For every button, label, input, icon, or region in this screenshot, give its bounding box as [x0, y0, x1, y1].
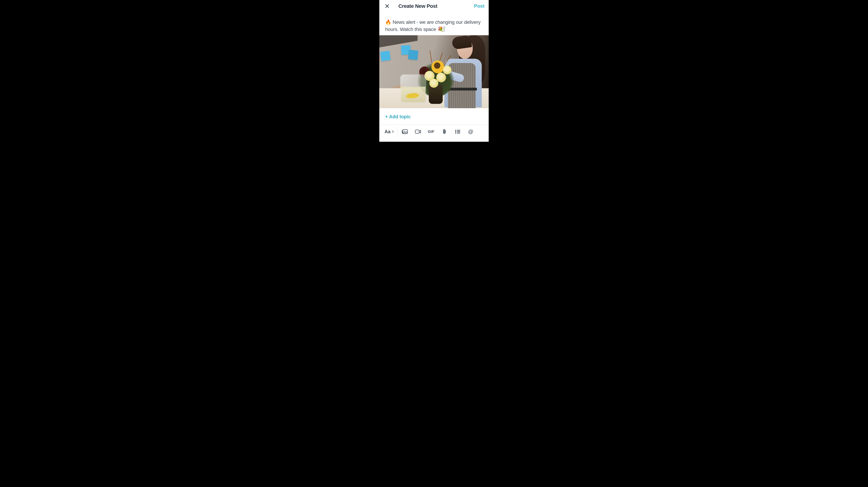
compose-text-area[interactable]: 🔥 News alert - we are changing our deliv…: [379, 12, 489, 35]
chevron-right-icon: [391, 130, 394, 133]
compose-text-value: 🔥 News alert - we are changing our deliv…: [385, 20, 480, 32]
video-icon: [415, 129, 421, 134]
text-format-button[interactable]: Aa: [383, 129, 395, 134]
header: Create New Post Post: [379, 0, 489, 12]
image-illustration: [379, 35, 489, 108]
add-topic-button[interactable]: + Add topic: [385, 114, 411, 119]
attachment-icon: [442, 129, 447, 134]
svg-point-5: [455, 130, 456, 131]
image-icon: [402, 129, 408, 134]
mention-icon: @: [468, 129, 473, 134]
add-video-button[interactable]: [415, 129, 421, 134]
svg-rect-6: [457, 130, 460, 131]
post-button[interactable]: Post: [474, 3, 485, 9]
mention-button[interactable]: @: [467, 129, 474, 134]
close-button[interactable]: [384, 3, 390, 9]
create-post-screen: Create New Post Post 🔥 News alert - we a…: [379, 0, 489, 142]
svg-rect-10: [457, 133, 460, 133]
add-image-button[interactable]: [402, 129, 408, 134]
svg-point-3: [404, 131, 404, 131]
text-format-label: Aa: [384, 129, 391, 134]
attached-image[interactable]: [379, 35, 489, 108]
add-topic-row: + Add topic: [379, 108, 489, 125]
gif-icon: GIF: [428, 129, 434, 134]
compose-toolbar: Aa GIF: [379, 125, 489, 139]
list-icon: [455, 129, 460, 134]
close-icon: [385, 4, 390, 8]
svg-point-9: [455, 132, 456, 133]
svg-rect-4: [415, 130, 419, 133]
svg-point-7: [455, 131, 456, 132]
page-title: Create New Post: [398, 3, 437, 9]
add-gif-button[interactable]: GIF: [428, 129, 435, 134]
svg-rect-8: [457, 131, 460, 132]
add-attachment-button[interactable]: [441, 129, 448, 134]
add-list-button[interactable]: [454, 129, 461, 134]
text-caret: [444, 26, 444, 32]
